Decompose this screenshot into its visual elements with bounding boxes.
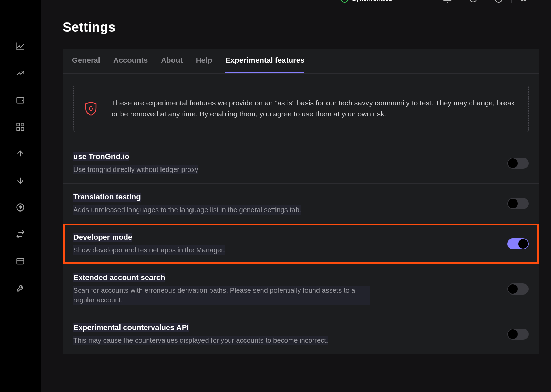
setting-desc: Scan for accounts with erroneous derivat…	[73, 286, 370, 305]
toggle-trongrid[interactable]	[507, 158, 529, 169]
tabs: General Accounts About Help Experimental…	[63, 49, 539, 74]
trend-up-icon[interactable]	[15, 68, 25, 78]
sidebar	[0, 0, 41, 392]
apps-grid-icon[interactable]	[15, 122, 25, 132]
svg-point-12	[495, 0, 502, 2]
setting-title: Extended account search	[73, 273, 165, 282]
tab-general[interactable]: General	[72, 56, 100, 73]
settings-panel: General Accounts About Help Experimental…	[63, 49, 539, 354]
help-icon[interactable]	[494, 0, 503, 3]
topbar-icons	[435, 0, 537, 3]
sync-status-label: Synchronized	[352, 0, 393, 3]
shield-icon	[84, 101, 98, 116]
tab-experimental[interactable]: Experimental features	[225, 56, 304, 73]
tab-help[interactable]: Help	[196, 56, 212, 73]
card-icon[interactable]	[15, 256, 25, 266]
setting-title: Translation testing	[73, 193, 141, 202]
setting-desc: Adds unreleased languages to the languag…	[73, 205, 301, 215]
tab-accounts[interactable]: Accounts	[113, 56, 148, 73]
toggle-extended-search[interactable]	[507, 283, 529, 295]
svg-rect-3	[17, 127, 20, 130]
topbar-divider	[511, 0, 512, 3]
send-icon[interactable]	[15, 149, 25, 158]
svg-rect-1	[17, 123, 20, 126]
setting-title: Experimental countervalues API	[73, 323, 189, 332]
receive-icon[interactable]	[15, 176, 25, 185]
buy-sell-icon[interactable]	[15, 203, 25, 212]
chart-line-icon[interactable]	[15, 41, 25, 51]
bell-icon[interactable]	[443, 0, 452, 3]
sync-spinner-icon	[341, 0, 349, 3]
svg-rect-4	[21, 127, 24, 130]
main-content: Settings General Accounts About Help Exp…	[41, 0, 551, 392]
page-title: Settings	[63, 20, 539, 35]
refresh-icon[interactable]	[469, 0, 478, 3]
tools-icon[interactable]	[15, 283, 25, 293]
wallet-icon[interactable]	[15, 95, 25, 105]
puzzle-icon[interactable]	[520, 0, 529, 3]
svg-rect-10	[17, 258, 24, 264]
setting-extended-search: Extended account search Scan for account…	[63, 264, 539, 314]
setting-developer-mode: Developer mode Show developer and testne…	[63, 224, 539, 264]
setting-title: Developer mode	[73, 233, 132, 242]
toggle-countervalues-api[interactable]	[507, 329, 529, 340]
setting-translation: Translation testing Adds unreleased lang…	[63, 183, 539, 224]
setting-desc: Use trongrid directly without ledger pro…	[73, 165, 198, 174]
swap-icon[interactable]	[15, 229, 25, 239]
setting-countervalues-api: Experimental countervalues API This may …	[63, 314, 539, 354]
svg-rect-2	[21, 123, 24, 126]
svg-rect-0	[17, 97, 24, 103]
toggle-developer-mode[interactable]	[507, 238, 529, 249]
tab-about[interactable]: About	[161, 56, 183, 73]
sync-status: Synchronized	[341, 0, 393, 3]
setting-desc: This may cause the countervalues display…	[73, 336, 328, 345]
setting-desc: Show developer and testnet apps in the M…	[73, 245, 225, 255]
warning-box: These are experimental features we provi…	[73, 85, 529, 132]
warning-text: These are experimental features we provi…	[112, 97, 518, 119]
topbar-divider	[460, 0, 460, 3]
toggle-translation[interactable]	[507, 198, 529, 209]
setting-trongrid: use TronGrid.io Use trongrid directly wi…	[63, 143, 539, 183]
setting-title: use TronGrid.io	[73, 152, 129, 161]
